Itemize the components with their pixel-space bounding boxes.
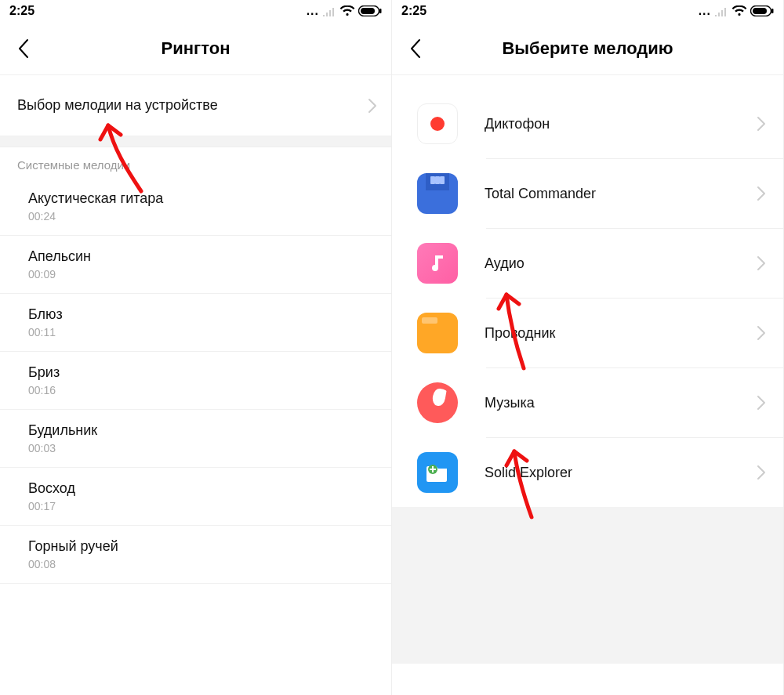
chevron-right-icon bbox=[757, 465, 766, 480]
melody-name: Восход bbox=[28, 480, 374, 497]
melody-duration: 00:24 bbox=[28, 210, 374, 223]
app-row-file-explorer[interactable]: Проводник bbox=[392, 299, 783, 367]
signal-icon bbox=[322, 5, 336, 16]
app-picker-list: Диктофон Total Commander Аудио Проводник bbox=[392, 75, 783, 507]
battery-icon bbox=[358, 5, 382, 16]
chevron-right-icon bbox=[757, 116, 766, 132]
svg-rect-1 bbox=[361, 8, 375, 14]
app-row-music[interactable]: Музыка bbox=[392, 368, 783, 437]
wifi-icon bbox=[731, 5, 747, 16]
recorder-icon bbox=[417, 103, 458, 144]
melody-duration: 00:03 bbox=[28, 442, 374, 454]
melody-item[interactable]: Апельсин 00:09 bbox=[0, 236, 391, 294]
folder-icon bbox=[417, 313, 458, 353]
melody-item[interactable]: Горный ручей 00:08 bbox=[0, 526, 391, 584]
floppy-disk-icon bbox=[417, 173, 458, 214]
device-melody-option[interactable]: Выбор мелодии на устройстве bbox=[0, 75, 391, 136]
back-button[interactable] bbox=[406, 39, 425, 58]
app-row-recorder[interactable]: Диктофон bbox=[392, 89, 783, 158]
header: Выберите мелодию bbox=[392, 22, 783, 75]
phone-left: 2:25 ... Рингтон Выбор мелодии на устрой… bbox=[0, 0, 392, 695]
empty-area bbox=[392, 507, 783, 664]
app-label: Проводник bbox=[485, 325, 555, 342]
melody-name: Горный ручей bbox=[28, 538, 374, 555]
battery-icon bbox=[750, 5, 774, 16]
statusbar: 2:25 ... bbox=[0, 0, 391, 22]
music-app-icon bbox=[417, 382, 458, 423]
app-row-solid-explorer[interactable]: Solid Explorer bbox=[392, 438, 783, 507]
section-gap bbox=[0, 136, 391, 147]
svg-rect-5 bbox=[771, 9, 774, 13]
statusbar: 2:25 ... bbox=[392, 0, 783, 22]
wifi-icon bbox=[339, 5, 355, 16]
melody-item[interactable]: Акустическая гитара 00:24 bbox=[0, 178, 391, 236]
device-melody-label: Выбор мелодии на устройстве bbox=[17, 97, 218, 114]
melody-duration: 00:08 bbox=[28, 558, 374, 570]
melody-duration: 00:09 bbox=[28, 268, 374, 281]
section-label: Системные мелодии bbox=[0, 147, 391, 178]
melody-item[interactable]: Восход 00:17 bbox=[0, 468, 391, 526]
clock: 2:25 bbox=[9, 4, 34, 18]
back-button[interactable] bbox=[14, 39, 33, 58]
melody-item[interactable]: Бриз 00:16 bbox=[0, 352, 391, 410]
chevron-right-icon bbox=[757, 255, 766, 271]
phone-right: 2:25 ... Выберите мелодию Диктофон bbox=[392, 0, 784, 695]
melody-duration: 00:16 bbox=[28, 384, 374, 396]
melody-name: Акустическая гитара bbox=[28, 190, 374, 207]
svg-rect-2 bbox=[379, 9, 382, 13]
chevron-right-icon bbox=[757, 325, 766, 341]
more-icon: ... bbox=[307, 4, 319, 18]
chevron-right-icon bbox=[757, 395, 766, 411]
music-note-icon bbox=[417, 243, 458, 284]
melody-name: Будильник bbox=[28, 422, 374, 439]
page-title: Выберите мелодию bbox=[408, 38, 768, 59]
melody-name: Блюз bbox=[28, 306, 374, 323]
chevron-right-icon bbox=[757, 186, 766, 201]
header: Рингтон bbox=[0, 22, 391, 75]
app-label: Solid Explorer bbox=[485, 465, 572, 481]
app-row-audio[interactable]: Аудио bbox=[392, 229, 783, 298]
status-icons: ... bbox=[699, 4, 774, 18]
melody-item[interactable]: Блюз 00:11 bbox=[0, 294, 391, 352]
status-icons: ... bbox=[307, 4, 382, 18]
more-icon: ... bbox=[699, 4, 711, 18]
system-melody-list: Акустическая гитара 00:24 Апельсин 00:09… bbox=[0, 178, 391, 584]
melody-name: Бриз bbox=[28, 364, 374, 381]
melody-name: Апельсин bbox=[28, 248, 374, 265]
svg-rect-4 bbox=[753, 8, 767, 14]
melody-duration: 00:11 bbox=[28, 326, 374, 338]
solid-explorer-icon bbox=[417, 452, 458, 493]
melody-item[interactable]: Будильник 00:03 bbox=[0, 410, 391, 468]
page-title: Рингтон bbox=[16, 38, 376, 59]
signal-icon bbox=[714, 5, 728, 16]
clock: 2:25 bbox=[401, 4, 426, 18]
chevron-right-icon bbox=[368, 98, 377, 114]
app-label: Музыка bbox=[485, 395, 535, 411]
app-label: Диктофон bbox=[485, 116, 550, 132]
app-row-total-commander[interactable]: Total Commander bbox=[392, 159, 783, 228]
melody-duration: 00:17 bbox=[28, 500, 374, 512]
app-label: Total Commander bbox=[485, 186, 596, 202]
app-label: Аудио bbox=[485, 255, 524, 272]
